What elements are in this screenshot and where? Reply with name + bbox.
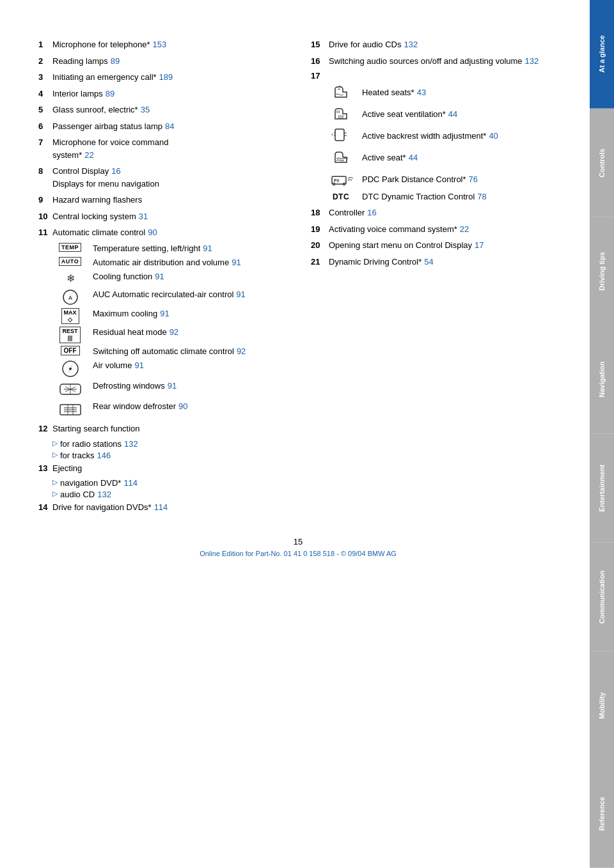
auc-icon: A [60,289,81,306]
climate-auto: AUTO Automatic air distribution and volu… [52,257,285,268]
pdc-row: P// PDC Park Distance Control*76 [325,170,558,188]
climate-air-volume: Air volume91 [52,360,285,378]
seat-ventilation-icon [330,105,352,123]
pdc-icon: P// [328,170,354,188]
climate-defrost-front: Defrosting windows91 [52,380,285,398]
heated-seats-row: Heated seats*43 [325,83,558,101]
item-1: 1 Microphone for telephone*153 [38,38,285,51]
left-column: 1 Microphone for telephone*153 2 Reading… [38,38,285,518]
off-icon: OFF [61,346,80,355]
item-2: 2 Reading lamps89 [38,55,285,68]
sidebar-tab-driving-tips[interactable]: Driving tips [590,217,614,326]
item-18: 18 Controller16 [311,206,558,219]
sidebar-tab-at-glance[interactable]: At a glance [590,0,614,109]
seat-ventilation-row: Active seat ventilation*44 [325,105,558,123]
fan-icon [59,360,81,378]
item-10: 10 Central locking system31 [38,210,285,223]
sidebar-tab-mobility[interactable]: Mobility [590,651,614,760]
sidebar-tab-navigation[interactable]: Navigation [590,325,614,434]
page-number: 15 [38,537,558,546]
arrow-icon: ▷ [52,451,58,460]
heated-seat-icon [330,83,352,101]
item-3: 3 Initiating an emergency call*189 [38,71,285,84]
item-16: 16 Switching audio sources on/off and ad… [311,55,558,68]
climate-subgroup: TEMP Temperature setting, left/right91 A… [52,243,285,419]
climate-temp: TEMP Temperature setting, left/right91 [52,243,285,254]
item-13-bullet-dvd: ▷ navigation DVD*114 [52,478,285,488]
dtc-icon: DTC [333,192,349,201]
item-20: 20 Opening start menu on Control Display… [311,239,558,252]
item-13-bullet-cd: ▷ audio CD132 [52,490,285,499]
sidebar-tab-communication[interactable]: Communication [590,543,614,651]
sidebar-tab-controls[interactable]: Controls [590,109,614,217]
item-7: 7 Microphone for voice commandsystem*22 [38,136,285,161]
arrow-icon: ▷ [52,490,58,499]
active-seat-row: Active seat*44 [325,148,558,166]
item-17-header: 17 [311,71,558,81]
climate-auc: A AUC Automatic recirculated-air control… [52,289,285,306]
svg-text:P//: P// [334,178,340,183]
item-14: 14 Drive for navigation DVDs*114 [38,501,285,514]
item-5: 5 Glass sunroof, electric*35 [38,104,285,116]
temp-icon: TEMP [59,243,81,252]
defrost-rear-icon [59,401,82,419]
dtc-row: DTC DTC Dynamic Traction Control78 [325,192,558,201]
svg-text:A: A [68,295,72,301]
svg-text:*: * [331,132,333,138]
footer-text: Online Edition for Part-No. 01 41 0 158 … [38,550,558,557]
item-13: 13 Ejecting [38,462,285,475]
sidebar: At a glance Controls Driving tips Naviga… [590,0,614,868]
climate-cooling: ❄ Cooling function91 [52,271,285,286]
item-4: 4 Interior lamps89 [38,88,285,100]
item-6: 6 Passenger airbag status lamp84 [38,120,285,133]
item-15: 15 Drive for audio CDs132 [311,38,558,51]
arrow-icon: ▷ [52,478,58,488]
svg-rect-21 [335,129,344,141]
sidebar-tab-reference[interactable]: Reference [590,759,614,868]
backrest-icon: * [330,127,352,144]
backrest-row: * Active backrest width adjustment*40 [325,127,558,144]
rest-icon: REST||| [59,327,80,343]
sidebar-tab-entertainment[interactable]: Entertainment [590,434,614,543]
right-column: 15 Drive for audio CDs132 16 Switching a… [311,38,558,518]
defrost-front-icon [59,380,82,398]
item-12-bullet-tracks: ▷ for tracks146 [52,451,285,460]
item-11: 11 Automatic climate control90 [38,226,285,239]
max-icon: MAX◇ [61,308,79,325]
item-17-section: 17 [311,71,558,201]
climate-rest: REST||| Residual heat mode92 [52,327,285,343]
arrow-icon: ▷ [52,439,58,449]
climate-defrost-rear: Rear window defroster90 [52,401,285,419]
item-19: 19 Activating voice command system*22 [311,223,558,236]
item-12: 12 Starting search function [38,422,285,435]
climate-off: OFF Switching off automatic climate cont… [52,346,285,357]
svg-text:❄: ❄ [66,273,74,284]
item-8: 8 Control Display16Displays for menu nav… [38,165,285,190]
active-seat-icon [330,148,352,166]
snowflake-icon: ❄ [60,271,81,286]
climate-max: MAX◇ Maximum cooling91 [52,308,285,325]
item-17-sub: Heated seats*43 [325,83,558,201]
auto-icon: AUTO [59,257,81,266]
svg-point-4 [69,368,72,370]
item-12-bullet-radio: ▷ for radio stations132 [52,439,285,449]
item-21: 21 Dynamic Driving Control*54 [311,256,558,268]
item-9: 9 Hazard warning flashers [38,194,285,206]
